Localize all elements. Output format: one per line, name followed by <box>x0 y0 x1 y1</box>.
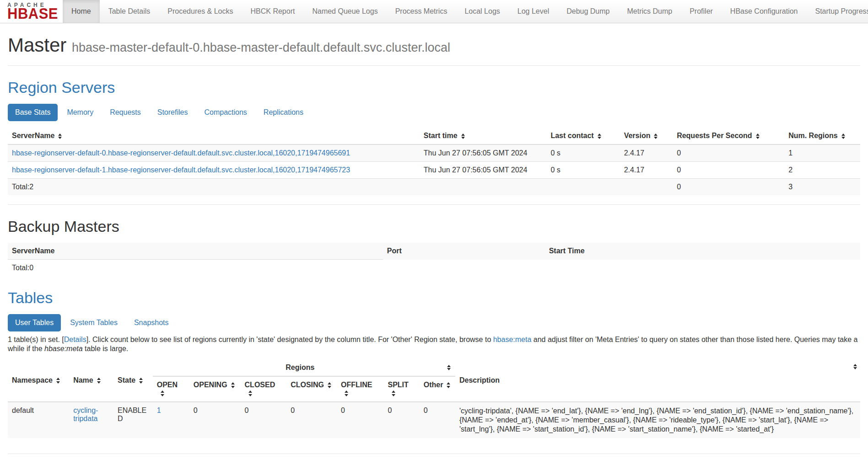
tab-requests[interactable]: Requests <box>102 104 148 121</box>
sort-icon[interactable] <box>345 390 349 396</box>
col-start-time[interactable]: Start time <box>420 128 547 144</box>
region-servers-table: ServerName Start time Last contact Versi… <box>8 128 860 195</box>
col-closed-label: CLOSED <box>245 381 275 389</box>
col-opening[interactable]: OPENING <box>189 376 241 402</box>
col-closed[interactable]: CLOSED <box>241 376 287 402</box>
nav-item-log-level-label[interactable]: Log Level <box>509 0 558 23</box>
tables-note: 1 table(s) in set. [Details]. Click coun… <box>8 335 860 354</box>
nav-item-hbck-report-label[interactable]: HBCK Report <box>242 0 304 23</box>
tab-user-tables[interactable]: User Tables <box>8 314 61 331</box>
backup-masters-header-row: ServerName Port Start Time <box>8 243 860 260</box>
col-last-contact[interactable]: Last contact <box>546 128 620 144</box>
sort-icon[interactable] <box>161 390 165 396</box>
col-num-regions[interactable]: Num. Regions <box>784 128 860 144</box>
sort-icon[interactable] <box>139 378 143 384</box>
nav-item-procedures-locks[interactable]: Procedures & Locks <box>159 0 242 23</box>
details-link[interactable]: Details <box>64 336 86 343</box>
regionserver-link[interactable]: hbase-regionserver-default-0.hbase-regio… <box>12 149 350 157</box>
nav-item-profiler-label[interactable]: Profiler <box>681 0 722 23</box>
master-hostname: hbase-master-default-0.hbase-master-defa… <box>72 41 450 54</box>
user-table-row: default cycling-tripdata ENABLED 1 0 0 0… <box>8 402 860 438</box>
sort-icon[interactable] <box>231 382 235 388</box>
nav-item-local-logs[interactable]: Local Logs <box>456 0 508 23</box>
sort-icon[interactable] <box>841 134 846 139</box>
col-requests-per-second-label: Requests Per Second <box>677 132 752 139</box>
top-navbar: APACHE HBASE Home Table Details Procedur… <box>0 0 868 23</box>
nav-item-log-level[interactable]: Log Level <box>509 0 558 23</box>
col-closing[interactable]: CLOSING <box>286 376 337 402</box>
sort-icon[interactable] <box>461 134 465 139</box>
sort-icon[interactable] <box>58 134 62 139</box>
backup-masters-total-label: Total:0 <box>8 260 383 277</box>
tab-system-tables[interactable]: System Tables <box>63 314 125 331</box>
sort-icon[interactable] <box>447 365 451 371</box>
col-requests-per-second[interactable]: Requests Per Second <box>673 128 784 144</box>
sort-icon[interactable] <box>97 378 101 384</box>
tab-snapshots[interactable]: Snapshots <box>127 314 176 331</box>
hbase-meta-link[interactable]: hbase:meta <box>493 336 532 343</box>
col-version[interactable]: Version <box>620 128 673 144</box>
open-count-link[interactable]: 1 <box>157 406 161 414</box>
sort-icon[interactable] <box>598 134 602 139</box>
col-state-label: State <box>118 376 135 384</box>
master-title: Master <box>8 34 66 56</box>
nav-item-table-details-label[interactable]: Table Details <box>100 0 159 23</box>
nav-item-startup-progress-label[interactable]: Startup Progress <box>807 0 868 23</box>
offline-count: 0 <box>337 402 383 438</box>
sort-icon[interactable] <box>853 364 857 370</box>
tab-base-stats[interactable]: Base Stats <box>8 104 58 121</box>
nav-item-hbase-configuration[interactable]: HBase Configuration <box>722 0 807 23</box>
total-label: Total:2 <box>8 179 420 196</box>
col-group-regions[interactable]: Regions <box>153 359 455 376</box>
nav-item-table-details[interactable]: Table Details <box>100 0 159 23</box>
col-start-time-label: Start time <box>424 132 458 139</box>
col-state[interactable]: State <box>113 359 153 402</box>
nav-item-profiler[interactable]: Profiler <box>681 0 722 23</box>
nav-item-metrics-dump[interactable]: Metrics Dump <box>618 0 681 23</box>
sort-icon[interactable] <box>654 134 658 139</box>
sort-icon[interactable] <box>392 390 396 396</box>
tables-heading: Tables <box>8 289 860 307</box>
nav-item-hbase-configuration-label[interactable]: HBase Configuration <box>722 0 807 23</box>
table-name-link[interactable]: cycling-tripdata <box>73 406 98 422</box>
col-open[interactable]: OPEN <box>153 376 189 402</box>
sort-icon[interactable] <box>328 382 332 388</box>
backup-masters-total-row: Total:0 <box>8 260 860 277</box>
col-other[interactable]: Other <box>420 376 455 402</box>
tab-compactions[interactable]: Compactions <box>197 104 254 121</box>
nav-item-named-queue-logs[interactable]: Named Queue Logs <box>303 0 386 23</box>
user-tables-header-row-1: Namespace Name State Regions Description <box>8 359 860 376</box>
col-offline[interactable]: OFFLINE <box>337 376 383 402</box>
sort-icon[interactable] <box>248 390 253 396</box>
col-name-label: Name <box>73 376 93 384</box>
col-servername[interactable]: ServerName <box>8 128 420 144</box>
tab-replications[interactable]: Replications <box>256 104 311 121</box>
nav-item-startup-progress[interactable]: Startup Progress <box>807 0 868 23</box>
tab-memory[interactable]: Memory <box>59 104 101 121</box>
col-split[interactable]: SPLIT <box>384 376 420 402</box>
hbase-logo-hbase-text: HBASE <box>7 8 58 21</box>
col-name[interactable]: Name <box>69 359 113 402</box>
nav-item-debug-dump[interactable]: Debug Dump <box>558 0 618 23</box>
nav-item-debug-dump-label[interactable]: Debug Dump <box>558 0 618 23</box>
col-num-regions-label: Num. Regions <box>788 132 838 139</box>
nav-item-home-label[interactable]: Home <box>63 0 100 23</box>
nav-item-named-queue-logs-label[interactable]: Named Queue Logs <box>303 0 386 23</box>
nav-item-process-metrics-label[interactable]: Process Metrics <box>387 0 456 23</box>
nav-item-home[interactable]: Home <box>63 0 100 23</box>
col-namespace[interactable]: Namespace <box>8 359 69 402</box>
nav-item-metrics-dump-label[interactable]: Metrics Dump <box>618 0 681 23</box>
nav-item-local-logs-label[interactable]: Local Logs <box>456 0 508 23</box>
sort-icon[interactable] <box>447 382 451 388</box>
opening-count: 0 <box>189 402 241 438</box>
note-text: table is large. <box>83 345 129 352</box>
col-description[interactable]: Description <box>455 359 860 402</box>
nav-item-process-metrics[interactable]: Process Metrics <box>387 0 456 23</box>
nav-item-procedures-locks-label[interactable]: Procedures & Locks <box>159 0 242 23</box>
regionserver-link[interactable]: hbase-regionserver-default-1.hbase-regio… <box>12 166 350 174</box>
nav-item-hbck-report[interactable]: HBCK Report <box>242 0 304 23</box>
sort-icon[interactable] <box>756 134 760 139</box>
sort-icon[interactable] <box>56 378 60 384</box>
tab-storefiles[interactable]: Storefiles <box>150 104 195 121</box>
page-title: Master hbase-master-default-0.hbase-mast… <box>8 34 860 56</box>
